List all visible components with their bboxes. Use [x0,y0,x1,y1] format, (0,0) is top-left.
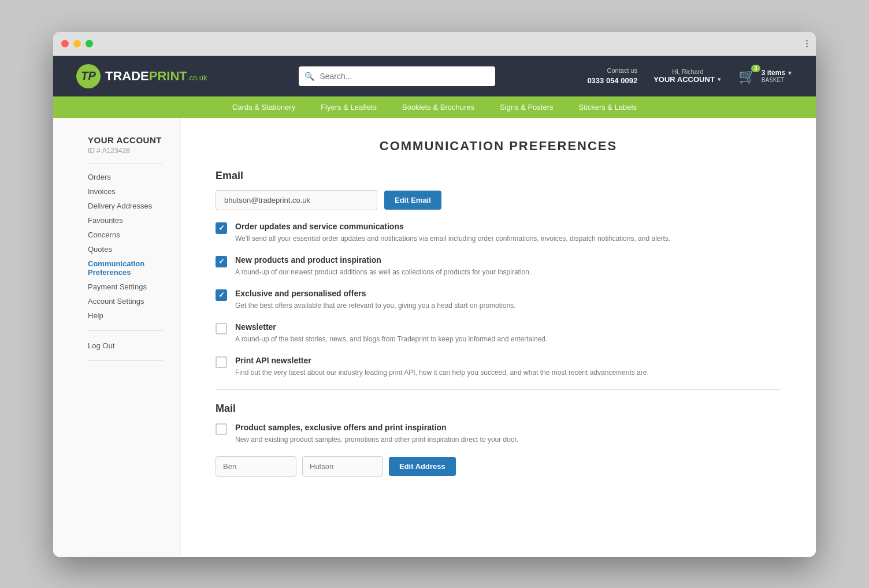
pref-newsletter: Newsletter A round-up of the best storie… [216,322,781,344]
sidebar-item-concerns[interactable]: Concerns [88,230,163,239]
pref-checkbox-exclusive-offers[interactable] [216,289,227,301]
basket-sublabel: BASKET [762,77,793,83]
site-header: TP TRADEPRINT.co.uk 🔍 Contact us 0333 05… [53,56,816,96]
basket-icon-wrap: 🛒 3 [738,68,756,84]
dot-red[interactable] [61,40,69,47]
search-bar: 🔍 [299,66,495,86]
pref-product-samples: Product samples, exclusive offers and pr… [216,423,781,445]
nav-flyers[interactable]: Flyers & Leaflets [308,96,389,118]
browser-titlebar [53,32,816,56]
sidebar-divider-mid [88,330,163,331]
logo-print: PRINT [149,69,187,83]
account-title: YOUR ACCOUNT [88,135,163,145]
sidebar-item-orders[interactable]: Orders [88,173,163,181]
logo-icon: TP [76,64,101,88]
dot-green[interactable] [86,40,93,47]
email-section-title: Email [216,170,781,182]
pref-checkbox-product-samples[interactable] [216,423,227,435]
section-divider-mail [216,389,781,390]
pref-label-product-samples: Product samples, exclusive offers and pr… [235,423,518,432]
nav-stickers[interactable]: Stickers & Labels [566,96,649,118]
main-content: YOUR ACCOUNT ID # A123428 Orders Invoice… [53,118,816,557]
sidebar-item-help[interactable]: Help [88,311,163,320]
sidebar-item-commprefs[interactable]: Communication Preferences [88,259,163,277]
sidebar-logout[interactable]: Log Out [88,341,163,350]
account-label: YOUR ACCOUNT ▼ [653,75,722,84]
logo[interactable]: TP TRADEPRINT.co.uk [76,64,207,88]
pref-desc-exclusive-offers: Get the best offers available that are r… [235,300,515,311]
nav-booklets[interactable]: Booklets & Brochures [389,96,487,118]
pref-checkbox-order-updates[interactable] [216,222,227,234]
logo-couk: .co.uk [187,73,207,82]
nav-cards[interactable]: Cards & Stationery [220,96,308,118]
pref-label-exclusive-offers: Exclusive and personalised offers [235,289,515,298]
pref-checkbox-new-products[interactable] [216,256,227,267]
sidebar-divider-bot [88,360,163,361]
site: TP TRADEPRINT.co.uk 🔍 Contact us 0333 05… [53,56,816,557]
sidebar-nav: Orders Invoices Delivery Addresses Favou… [88,173,163,320]
sidebar-item-invoices[interactable]: Invoices [88,187,163,196]
contact-info: Contact us 0333 054 0092 [587,66,637,87]
pref-print-api: Print API newsletter Find out the very l… [216,356,781,378]
logo-text: TRADEPRINT.co.uk [105,69,207,84]
pref-exclusive-offers: Exclusive and personalised offers Get th… [216,289,781,311]
pref-desc-print-api: Find out the very latest about our indus… [235,367,649,378]
account-caret: ▼ [716,76,722,83]
pref-desc-newsletter: A round-up of the best stories, news, an… [235,334,547,344]
address-row: Edit Address [216,456,781,477]
account-menu[interactable]: Hi, Richard YOUR ACCOUNT ▼ [653,68,722,84]
basket-label: 3 items ▼ [762,69,793,77]
edit-email-button[interactable]: Edit Email [384,191,441,210]
pref-checkbox-print-api[interactable] [216,356,227,368]
account-id: ID # A123428 [88,147,163,155]
pref-label-order-updates: Order updates and service communications [235,222,670,231]
contact-number: 0333 054 0092 [587,75,637,87]
nav-signs[interactable]: Signs & Posters [487,96,566,118]
logo-trade: TRADE [105,69,149,83]
account-greeting: Hi, Richard [653,68,722,75]
page-title: COMMUNICATION PREFERENCES [216,139,781,154]
pref-checkbox-newsletter[interactable] [216,323,227,334]
header-right: Contact us 0333 054 0092 Hi, Richard YOU… [587,66,793,87]
addr-last-input[interactable] [302,456,383,477]
sidebar-divider-top [88,163,163,163]
pref-desc-order-updates: We'll send all your essential order upda… [235,233,670,244]
pref-desc-product-samples: New and existing product samples, promot… [235,434,518,445]
pref-label-print-api: Print API newsletter [235,356,649,365]
sidebar: YOUR ACCOUNT ID # A123428 Orders Invoice… [53,118,180,557]
sidebar-item-quotes[interactable]: Quotes [88,245,163,254]
sidebar-item-delivery[interactable]: Delivery Addresses [88,202,163,210]
browser-dots [61,40,93,47]
mail-section-title: Mail [216,403,781,415]
pref-desc-new-products: A round-up of our newest product additio… [235,267,531,277]
pref-text-product-samples: Product samples, exclusive offers and pr… [235,423,518,445]
pref-text-new-products: New products and product inspiration A r… [235,255,531,277]
edit-address-button[interactable]: Edit Address [389,457,456,476]
dot-yellow[interactable] [73,40,81,47]
search-input[interactable] [299,66,495,86]
basket-caret: ▼ [787,70,793,76]
browser-menu-icon [806,40,808,47]
pref-order-updates: Order updates and service communications… [216,222,781,244]
basket-menu[interactable]: 🛒 3 3 items ▼ BASKET [738,68,793,84]
sidebar-item-favourites[interactable]: Favourites [88,216,163,225]
basket-count: 3 [751,65,760,72]
pref-label-new-products: New products and product inspiration [235,255,531,265]
pref-text-exclusive-offers: Exclusive and personalised offers Get th… [235,289,515,311]
sidebar-item-account[interactable]: Account Settings [88,297,163,306]
main-nav: Cards & Stationery Flyers & Leaflets Boo… [53,96,816,118]
pref-text-newsletter: Newsletter A round-up of the best storie… [235,322,547,344]
pref-label-newsletter: Newsletter [235,322,547,332]
email-row: Edit Email [216,190,781,210]
basket-info-text: 3 items ▼ BASKET [762,69,793,83]
browser-window: TP TRADEPRINT.co.uk 🔍 Contact us 0333 05… [53,32,816,557]
sidebar-item-payment[interactable]: Payment Settings [88,282,163,291]
pref-new-products: New products and product inspiration A r… [216,255,781,277]
email-input[interactable] [216,190,377,210]
addr-first-input[interactable] [216,456,296,477]
pref-text-print-api: Print API newsletter Find out the very l… [235,356,649,378]
search-icon: 🔍 [304,72,314,81]
content-area: COMMUNICATION PREFERENCES Email Edit Ema… [180,118,816,557]
pref-text-order-updates: Order updates and service communications… [235,222,670,244]
contact-label: Contact us [587,66,637,76]
